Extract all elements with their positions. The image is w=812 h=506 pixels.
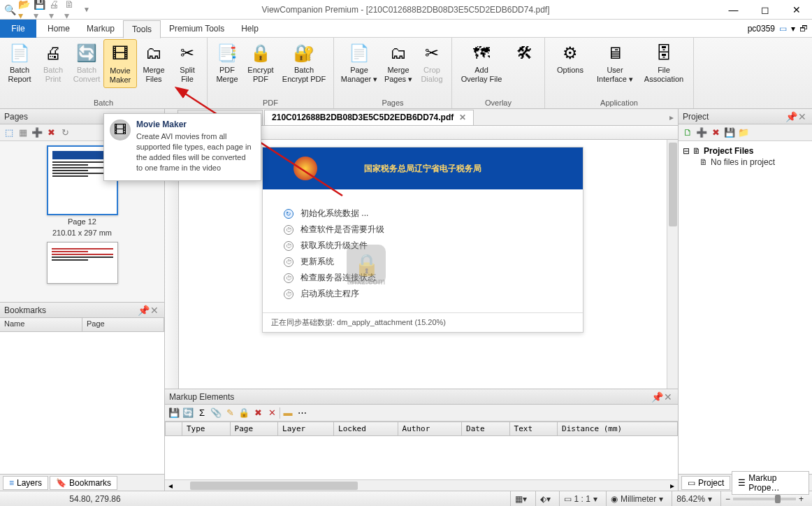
mk-edit-icon[interactable]: ✎ xyxy=(224,407,236,419)
mk-tool-icon[interactable]: ✖ xyxy=(252,407,264,419)
mk-layer-icon[interactable]: ▬ xyxy=(282,407,294,419)
tab-markup[interactable]: Markup xyxy=(78,20,123,38)
mk-sum-icon[interactable]: Σ xyxy=(196,407,208,419)
markup-col[interactable]: Page xyxy=(230,422,278,436)
tab-layers[interactable]: ≡Layers xyxy=(3,476,48,490)
props-icon: ☰ xyxy=(738,478,746,488)
status-mode2-icon[interactable]: ⬖▾ xyxy=(535,491,555,506)
layout-icon[interactable]: ▭ xyxy=(779,24,787,34)
qat-preview-icon[interactable]: 🗎▾ xyxy=(64,3,78,17)
batch-report-button[interactable]: 📄BatchReport xyxy=(3,39,36,87)
status-ratio[interactable]: ▭ 1 : 1 ▾ xyxy=(559,491,602,506)
step-text: 检查服务器连接状态 xyxy=(300,272,376,284)
markup-col[interactable]: Locked xyxy=(334,422,398,436)
merge-pages-icon: 🗂 xyxy=(387,42,409,64)
merge-files-icon: 🗂 xyxy=(143,42,165,64)
mk-save-icon[interactable]: 💾 xyxy=(168,407,180,419)
pdf-merge-icon: 📑 xyxy=(216,42,238,64)
batch-print-button[interactable]: 🖨BatchPrint xyxy=(36,39,70,87)
proj-save-icon[interactable]: 💾 xyxy=(723,127,736,139)
pages-tb-del-icon[interactable]: ✖ xyxy=(45,127,57,139)
qat-zoom-icon[interactable]: 🔍 xyxy=(3,3,17,17)
tab-tools[interactable]: Tools xyxy=(123,20,161,38)
batch-convert-button[interactable]: 🔄BatchConvert xyxy=(70,39,103,87)
scrollbar-vertical[interactable] xyxy=(667,140,678,389)
rtab-project[interactable]: ▭Project xyxy=(681,476,730,490)
options-button[interactable]: ⚙Options xyxy=(548,39,593,78)
bookmarks-col-name[interactable]: Name xyxy=(0,318,82,331)
status-mode1-icon[interactable]: ▦▾ xyxy=(510,491,531,506)
bookmarks-pin-icon[interactable]: 📌 xyxy=(138,305,149,316)
mk-delete-icon[interactable]: ✕ xyxy=(266,407,278,419)
project-root[interactable]: ⊟🗎Project Files xyxy=(683,145,808,157)
proj-new-icon[interactable]: 🗋 xyxy=(681,127,694,139)
project-close-icon[interactable]: ✕ xyxy=(797,111,808,122)
merge-pages-button[interactable]: 🗂MergePages ▾ xyxy=(382,39,415,87)
encrypt-pdf-button[interactable]: 🔒EncryptPDF xyxy=(244,39,277,87)
tab-bookmarks[interactable]: 🔖Bookmarks xyxy=(50,476,117,490)
tab-premium-tools[interactable]: Premium Tools xyxy=(161,20,233,38)
overlay-settings-button[interactable]: 🛠 xyxy=(508,39,542,67)
pages-tb-thumb-icon[interactable]: ▦ xyxy=(17,127,29,139)
status-zoom[interactable]: 86.42% ▾ xyxy=(672,491,716,506)
minimize-button[interactable]: — xyxy=(718,0,749,20)
window-title: ViewCompanion Premium - [210C012688B2DB0… xyxy=(94,5,718,15)
tab-home[interactable]: Home xyxy=(39,20,78,38)
split-file-button[interactable]: ✂SplitFile xyxy=(171,39,204,87)
doctab-close-icon[interactable]: ✕ xyxy=(459,113,466,122)
thumb-page-next[interactable] xyxy=(47,242,118,284)
qat-open-icon[interactable]: 📂▾ xyxy=(18,3,32,17)
status-unit[interactable]: ◉ Millimeter ▾ xyxy=(606,491,667,506)
maximize-button[interactable]: ◻ xyxy=(749,0,781,20)
tab-help[interactable]: Help xyxy=(233,20,267,38)
markup-col[interactable]: Text xyxy=(509,422,558,436)
markup-col[interactable]: Author xyxy=(398,422,462,436)
expand-icon[interactable]: ▾ xyxy=(791,24,795,34)
file-menu[interactable]: File xyxy=(0,20,36,38)
window-icon[interactable]: 🗗 xyxy=(799,24,808,34)
batch-convert-icon: 🔄 xyxy=(75,42,98,64)
bookmarks-close-icon[interactable]: ✕ xyxy=(149,305,160,316)
tree-minus-icon[interactable]: ⊟ xyxy=(683,146,690,156)
movie-maker-button[interactable]: 🎞MovieMaker xyxy=(103,39,137,88)
markup-col[interactable]: Distance (mm) xyxy=(558,422,678,436)
qat-dropdown-icon[interactable]: ▼ xyxy=(80,3,94,17)
markup-col[interactable]: Date xyxy=(462,422,510,436)
pages-tb-add-icon[interactable]: ➕ xyxy=(31,127,43,139)
pages-tb-rotate-icon[interactable]: ↻ xyxy=(59,127,71,139)
status-zoom-slider[interactable]: − + xyxy=(720,491,808,506)
page-body: ↻初始化系统数据 ...⏱检查软件是否需要升级⏱获取系统升级文件⏱更新系统⏱检查… xyxy=(263,189,583,312)
proj-add-icon[interactable]: ➕ xyxy=(695,127,708,139)
project-pin-icon[interactable]: 📌 xyxy=(785,111,797,122)
page-manager-button[interactable]: 📄PageManager ▾ xyxy=(337,39,382,87)
qat-save-icon[interactable]: 💾▾ xyxy=(34,3,48,17)
markup-pin-icon[interactable]: 📌 xyxy=(651,391,662,403)
markup-col[interactable]: Type xyxy=(182,422,231,436)
file-icon: 🗎 xyxy=(699,157,708,167)
batch-encrypt-pdf-button[interactable]: 🔐BatchEncrypt PDF xyxy=(277,39,331,87)
pages-tb-prev-icon[interactable]: ⬚ xyxy=(3,127,15,139)
project-icon: ▭ xyxy=(688,478,695,488)
bookmarks-col-page[interactable]: Page xyxy=(82,318,164,331)
scrollbar-horizontal[interactable]: ◂ ▸ xyxy=(165,479,678,491)
mk-more-icon[interactable]: ⋯ xyxy=(296,407,308,419)
markup-close-icon[interactable]: ✕ xyxy=(662,391,674,403)
proj-del-icon[interactable]: ✖ xyxy=(709,127,722,139)
close-button[interactable]: ✕ xyxy=(781,0,812,20)
proj-folder-icon[interactable]: 📁 xyxy=(737,127,750,139)
markup-col[interactable] xyxy=(166,422,182,436)
doctab-2[interactable]: 210C012688B2DB08D3E5C5D2EDB6DD74.pdf✕ xyxy=(264,110,474,125)
user-interface-button[interactable]: 🖥UserInterface ▾ xyxy=(593,39,637,87)
pdf-merge-button[interactable]: 📑PDFMerge xyxy=(210,39,244,87)
doctab-next-icon[interactable]: ▸ xyxy=(665,113,678,122)
mk-attach-icon[interactable]: 📎 xyxy=(210,407,222,419)
markup-title: Markup Elements xyxy=(169,392,234,402)
mk-lock-icon[interactable]: 🔒 xyxy=(238,407,250,419)
crop-dialog-button[interactable]: ✂CropDialog xyxy=(415,39,449,87)
mk-refresh-icon[interactable]: 🔄 xyxy=(182,407,194,419)
merge-files-button[interactable]: 🗂MergeFiles xyxy=(137,39,171,87)
add-overlay-file-button[interactable]: 🗺AddOverlay File xyxy=(455,39,508,87)
qat-print-icon[interactable]: 🖨▾ xyxy=(49,3,63,17)
file-association-button[interactable]: 🗄FileAssociation xyxy=(637,39,690,87)
markup-col[interactable]: Layer xyxy=(278,422,334,436)
